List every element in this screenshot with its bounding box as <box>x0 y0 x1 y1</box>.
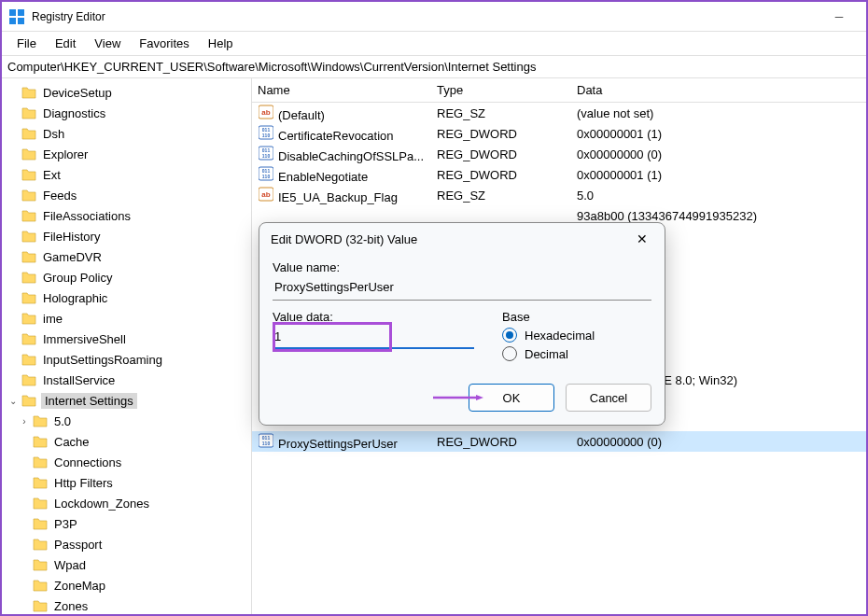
folder-icon <box>32 516 49 531</box>
radio-hex-label: Hexadecimal <box>525 329 595 343</box>
column-type[interactable]: Type <box>431 83 571 97</box>
tree-item[interactable]: Ext <box>2 164 251 185</box>
tree-item-label: Lockdown_Zones <box>52 496 151 511</box>
value-data-input[interactable] <box>273 326 474 349</box>
title-bar: Registry Editor ─ <box>2 2 866 32</box>
tree-item[interactable]: Connections <box>2 452 251 472</box>
value-type: REG_SZ <box>431 106 571 120</box>
tree-item-label: Diagnostics <box>41 105 107 121</box>
value-data: 93a8b00 (133436744991935232) <box>571 209 866 223</box>
tree-item[interactable]: DeviceSetup <box>2 82 251 103</box>
list-row[interactable]: ProxySettingsPerUserREG_DWORD0x00000000 … <box>252 431 866 452</box>
tree-item[interactable]: ImmersiveShell <box>2 329 251 349</box>
tree-item[interactable]: Dsh <box>2 123 251 144</box>
tree-item-label: Internet Settings <box>41 393 137 409</box>
tree-item[interactable]: InputSettingsRoaming <box>2 349 251 370</box>
radio-decimal[interactable]: Decimal <box>502 346 651 361</box>
value-name: CertificateRevocation <box>278 129 394 143</box>
value-name: ProxySettingsPerUser <box>278 437 398 451</box>
tree-item[interactable]: GameDVR <box>2 246 251 267</box>
tree-item-label: Ext <box>41 167 63 183</box>
ok-button[interactable]: OK <box>469 384 554 412</box>
dword-value-icon <box>258 433 274 448</box>
list-row[interactable]: IE5_UA_Backup_FlagREG_SZ5.0 <box>252 185 866 205</box>
menu-view[interactable]: View <box>87 35 128 52</box>
menu-favorites[interactable]: Favorites <box>132 35 196 52</box>
menu-file[interactable]: File <box>9 35 44 52</box>
folder-icon <box>32 434 49 449</box>
tree-item-label: Dsh <box>41 126 66 142</box>
tree-item-label: ZoneMap <box>52 578 107 594</box>
list-row[interactable]: EnableNegotiateREG_DWORD0x00000001 (1) <box>252 164 866 185</box>
tree-item[interactable]: ›5.0 <box>2 411 251 431</box>
minimize-button[interactable]: ─ <box>819 3 859 31</box>
tree-item-label: GameDVR <box>41 249 104 265</box>
tree-item-label: ime <box>41 311 64 327</box>
tree-item-label: FileAssociations <box>41 208 133 224</box>
address-bar[interactable]: Computer\HKEY_CURRENT_USER\Software\Micr… <box>2 56 866 78</box>
folder-icon <box>21 352 37 367</box>
menu-help[interactable]: Help <box>201 35 241 52</box>
dword-value-icon <box>258 166 274 181</box>
value-data: 5.0 <box>571 189 866 203</box>
list-row[interactable]: DisableCachingOfSSLPa...REG_DWORD0x00000… <box>252 144 866 164</box>
radio-dec-label: Decimal <box>525 347 568 361</box>
list-row[interactable]: (Default)REG_SZ(value not set) <box>252 103 866 123</box>
list-header: Name Type Data <box>252 78 866 103</box>
tree-item-label: 5.0 <box>52 413 73 429</box>
value-data: 0x00000001 (1) <box>571 127 866 141</box>
dialog-close-button[interactable]: ✕ <box>631 228 653 250</box>
tree-item[interactable]: FileHistory <box>2 226 251 246</box>
folder-icon <box>32 475 49 490</box>
menu-edit[interactable]: Edit <box>48 35 83 52</box>
tree-item[interactable]: Holographic <box>2 287 251 308</box>
chevron-icon[interactable]: ⌄ <box>7 396 19 406</box>
column-data[interactable]: Data <box>571 83 866 97</box>
tree-item[interactable]: Zones <box>2 595 251 614</box>
list-row[interactable]: CertificateRevocationREG_DWORD0x00000001… <box>252 123 866 144</box>
folder-icon <box>32 557 49 572</box>
value-data: 0x00000000 (0) <box>571 435 866 449</box>
tree-item-label: FileHistory <box>41 229 102 245</box>
string-value-icon <box>258 105 274 119</box>
tree-item[interactable]: Lockdown_Zones <box>2 493 251 513</box>
radio-hexadecimal[interactable]: Hexadecimal <box>502 328 651 343</box>
tree-item[interactable]: P3P <box>2 513 251 534</box>
value-type: REG_SZ <box>431 189 571 203</box>
string-value-icon <box>258 187 274 202</box>
cancel-button[interactable]: Cancel <box>566 384 651 412</box>
chevron-icon[interactable]: › <box>19 416 30 427</box>
value-data-label: Value data: <box>273 310 474 324</box>
tree-item-label: ImmersiveShell <box>41 331 128 347</box>
tree-item[interactable]: ime <box>2 308 251 329</box>
folder-icon <box>32 413 49 428</box>
tree-item-label: Zones <box>52 598 90 614</box>
tree-item[interactable]: ZoneMap <box>2 575 251 595</box>
dialog-title-text: Edit DWORD (32-bit) Value <box>271 232 417 246</box>
column-name[interactable]: Name <box>252 83 431 97</box>
value-type: REG_DWORD <box>431 168 571 182</box>
value-data: 0x00000001 (1) <box>571 168 866 182</box>
tree-item[interactable]: Passport <box>2 534 251 554</box>
tree-item[interactable]: Cache <box>2 431 251 452</box>
folder-icon <box>21 290 37 305</box>
tree-item[interactable]: Group Policy <box>2 267 251 287</box>
tree-item[interactable]: FileAssociations <box>2 205 251 226</box>
folder-icon <box>21 229 37 244</box>
tree-item[interactable]: ⌄Internet Settings <box>2 390 251 411</box>
folder-icon <box>32 578 49 593</box>
address-text: Computer\HKEY_CURRENT_USER\Software\Micr… <box>7 60 536 74</box>
tree-item[interactable]: Diagnostics <box>2 103 251 123</box>
tree-item[interactable]: Http Filters <box>2 472 251 493</box>
tree-item[interactable]: Explorer <box>2 144 251 164</box>
folder-icon <box>21 188 37 203</box>
folder-icon <box>21 126 37 141</box>
folder-icon <box>21 311 37 326</box>
tree-item[interactable]: Feeds <box>2 185 251 205</box>
tree-item-label: Holographic <box>41 290 109 306</box>
tree-item[interactable]: Wpad <box>2 554 251 575</box>
tree-panel[interactable]: DeviceSetupDiagnosticsDshExplorerExtFeed… <box>2 78 252 614</box>
radio-icon <box>502 346 517 361</box>
value-name-label: Value name: <box>273 260 651 274</box>
tree-item[interactable]: InstallService <box>2 370 251 390</box>
